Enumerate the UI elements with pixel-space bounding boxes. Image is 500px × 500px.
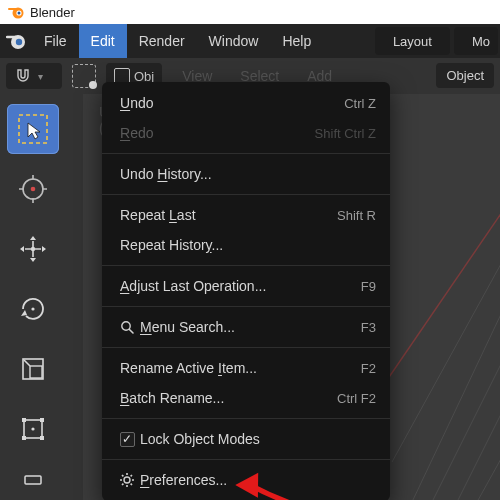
- tool-rail: [0, 94, 65, 500]
- tool-transform[interactable]: [7, 404, 59, 454]
- menu-item-undo[interactable]: Undo Ctrl Z: [102, 88, 390, 118]
- chevron-down-icon: ▾: [38, 71, 43, 82]
- menu-item-rename-active[interactable]: Rename Active Item... F2: [102, 353, 390, 383]
- svg-point-4: [16, 39, 22, 45]
- svg-rect-13: [22, 418, 26, 422]
- window-titlebar: Blender: [0, 0, 500, 24]
- svg-point-2: [18, 12, 21, 15]
- select-box-icon: [16, 112, 50, 146]
- svg-rect-15: [22, 436, 26, 440]
- tool-annotate[interactable]: [7, 464, 59, 494]
- menu-item-batch-rename[interactable]: Batch Rename... Ctrl F2: [102, 383, 390, 413]
- app-logo-icon[interactable]: [0, 24, 32, 58]
- select-mode-button[interactable]: [72, 64, 96, 88]
- magnet-icon: [14, 67, 32, 85]
- transform-icon: [17, 413, 49, 445]
- menu-help[interactable]: Help: [270, 24, 323, 58]
- object-chip[interactable]: Object: [436, 63, 494, 88]
- svg-rect-14: [40, 418, 44, 422]
- tool-select-box[interactable]: [7, 104, 59, 154]
- svg-rect-11: [30, 366, 42, 378]
- menu-item-redo: Redo Shift Ctrl Z: [102, 118, 390, 148]
- window-title: Blender: [30, 5, 75, 20]
- menu-item-repeat-last[interactable]: Repeat Last Shift R: [102, 200, 390, 230]
- menu-separator: [102, 265, 390, 266]
- menu-item-adjust-last-operation[interactable]: Adjust Last Operation... F9: [102, 271, 390, 301]
- menu-item-menu-search[interactable]: Menu Search... F3: [102, 312, 390, 342]
- menu-item-lock-object-modes[interactable]: Lock Object Modes: [102, 424, 390, 454]
- menu-item-undo-history[interactable]: Undo History...: [102, 159, 390, 189]
- svg-rect-18: [25, 476, 41, 484]
- workspace-tab-layout[interactable]: Layout: [375, 27, 450, 55]
- checkbox-checked-icon: [116, 432, 138, 447]
- svg-point-20: [124, 477, 130, 483]
- menubar: File Edit Render Window Help Layout Mo: [0, 24, 500, 58]
- gear-icon: [116, 472, 138, 488]
- menu-file[interactable]: File: [32, 24, 79, 58]
- app-frame: File Edit Render Window Help Layout Mo ▾…: [0, 24, 500, 500]
- blender-logo-icon: [8, 4, 24, 20]
- search-icon: [116, 320, 138, 335]
- menu-edit[interactable]: Edit: [79, 24, 127, 58]
- snap-dropdown[interactable]: ▾: [6, 63, 62, 89]
- menu-separator: [102, 306, 390, 307]
- cursor-icon: [17, 173, 49, 205]
- tool-move[interactable]: [7, 224, 59, 274]
- menu-window[interactable]: Window: [197, 24, 271, 58]
- menu-separator: [102, 153, 390, 154]
- menu-separator: [102, 194, 390, 195]
- tool-scale[interactable]: [7, 344, 59, 394]
- annotate-icon: [19, 469, 47, 489]
- menu-separator: [102, 459, 390, 460]
- divider-column: [65, 94, 83, 500]
- svg-rect-16: [40, 436, 44, 440]
- menu-separator: [102, 418, 390, 419]
- tool-cursor[interactable]: [7, 164, 59, 214]
- svg-point-9: [31, 307, 34, 310]
- edit-dropdown-menu: Undo Ctrl Z Redo Shift Ctrl Z Undo Histo…: [102, 82, 390, 500]
- menu-separator: [102, 347, 390, 348]
- menu-render[interactable]: Render: [127, 24, 197, 58]
- move-icon: [17, 233, 49, 265]
- workspace-tab-modeling[interactable]: Mo: [454, 27, 498, 55]
- tool-rotate[interactable]: [7, 284, 59, 334]
- scale-icon: [17, 353, 49, 385]
- menu-item-repeat-history[interactable]: Repeat History...: [102, 230, 390, 260]
- svg-point-8: [30, 247, 34, 251]
- svg-point-7: [30, 187, 35, 192]
- rotate-icon: [17, 293, 49, 325]
- svg-point-17: [31, 427, 34, 430]
- menu-item-preferences[interactable]: Preferences...: [102, 465, 390, 495]
